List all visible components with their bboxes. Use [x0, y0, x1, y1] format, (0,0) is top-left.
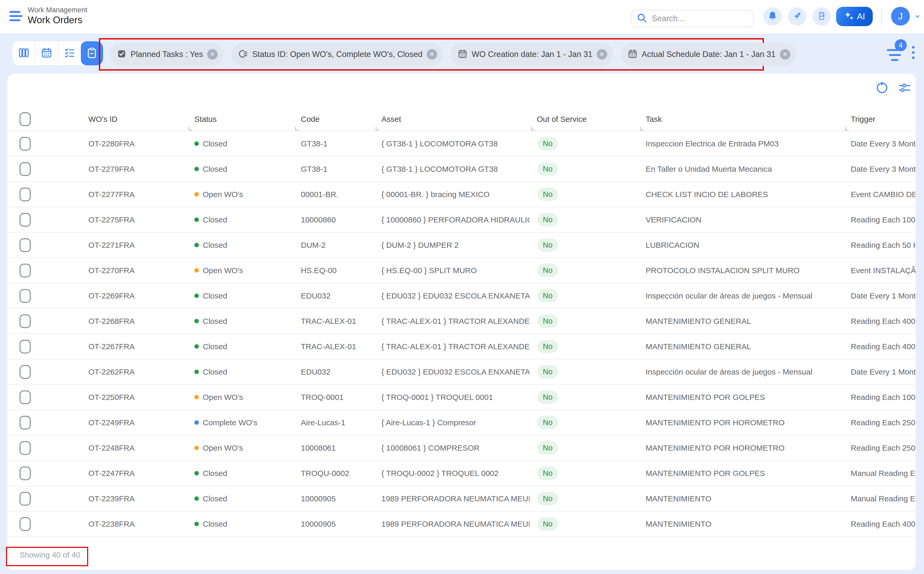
- asset-cell: { TRAC-ALEX-01 } TRACTOR ALEXANDER: [374, 317, 530, 326]
- docs-button[interactable]: [813, 7, 831, 25]
- row-checkbox[interactable]: [20, 492, 31, 506]
- table-row[interactable]: OT-2238FRAClosed100009051989 PERFORADORA…: [7, 511, 916, 537]
- table-row[interactable]: OT-2249FRAComplete WO'sAire-Lucas-1{ Air…: [7, 410, 916, 435]
- refresh-button[interactable]: [875, 80, 889, 95]
- column-header-code[interactable]: Code: [294, 115, 374, 124]
- more-options-button[interactable]: [912, 46, 915, 62]
- row-checkbox[interactable]: [20, 264, 31, 278]
- checklist-view-button[interactable]: [59, 41, 81, 65]
- status-label: Closed: [203, 469, 227, 478]
- filter-chip[interactable]: Actual Schedule Date: Jan 1 - Jan 31✕: [621, 43, 796, 66]
- table-row[interactable]: OT-2248FRAOpen WO's10008061{ 10008061 } …: [7, 435, 916, 461]
- row-checkbox[interactable]: [20, 314, 31, 328]
- checklist-icon: [63, 47, 76, 60]
- row-checkbox[interactable]: [20, 289, 31, 303]
- table-row[interactable]: OT-2250FRAOpen WO'sTROQ-0001{ TROQ-0001 …: [7, 385, 916, 410]
- table-row[interactable]: OT-2239FRAClosed100009051989 PERFORADORA…: [7, 486, 916, 511]
- row-checkbox[interactable]: [20, 517, 31, 531]
- search-box[interactable]: [631, 10, 753, 27]
- status-cell: Closed: [187, 367, 294, 376]
- table-row[interactable]: OT-2268FRAClosedTRAC-ALEX-01{ TRAC-ALEX-…: [7, 309, 916, 334]
- status-dot-icon: [195, 243, 199, 247]
- column-header-status[interactable]: Status: [187, 115, 294, 124]
- status-dot-icon: [195, 344, 199, 348]
- task-cell: Inspección ocular de áreas de juegos - M…: [638, 367, 843, 376]
- out-of-service-cell: No: [530, 137, 638, 150]
- topbar-divider: [881, 7, 881, 25]
- asset-cell: { 00001-BR. } bracing MEXICO: [374, 190, 530, 199]
- trigger-cell: Event CAMBIO DE TURNO: [843, 190, 916, 199]
- table-row[interactable]: OT-2280FRAClosedGT38-1{ GT38-1 } LOCOMOT…: [7, 131, 916, 156]
- column-header-out-of-service[interactable]: Out of Service: [530, 115, 638, 124]
- table-settings-button[interactable]: [897, 80, 912, 95]
- close-icon[interactable]: ✕: [427, 49, 437, 60]
- column-header-asset[interactable]: Asset: [374, 115, 530, 124]
- close-icon[interactable]: ✕: [597, 49, 607, 60]
- ai-button[interactable]: AI: [836, 7, 873, 26]
- column-header-task[interactable]: Task: [638, 115, 843, 124]
- row-select-cell: [7, 467, 81, 480]
- table-row[interactable]: OT-2271FRAClosedDUM-2{ DUM-2 } DUMPER 2N…: [7, 233, 916, 258]
- work-orders-page: { "topbar": { "app_section": "Work Manag…: [0, 0, 924, 574]
- status-label: Closed: [203, 139, 227, 148]
- trigger-cell: Date Every 1 Months: [843, 367, 916, 376]
- row-checkbox[interactable]: [20, 441, 31, 455]
- menu-icon[interactable]: [9, 11, 23, 23]
- table-row[interactable]: OT-2277FRAOpen WO's00001-BR.{ 00001-BR. …: [7, 182, 916, 207]
- search-input[interactable]: [652, 14, 739, 24]
- status-cell: Closed: [187, 165, 294, 173]
- row-checkbox[interactable]: [20, 162, 31, 176]
- select-all-checkbox[interactable]: [20, 112, 31, 126]
- search-icon: [636, 12, 648, 25]
- asset-cell: { TRAC-ALEX-01 } TRACTOR ALEXANDER: [374, 342, 530, 351]
- filter-chip[interactable]: Planned Tasks : Yes✕: [110, 43, 223, 66]
- close-icon[interactable]: ✕: [207, 49, 218, 60]
- row-checkbox[interactable]: [20, 213, 31, 227]
- launch-button[interactable]: [788, 7, 806, 25]
- table-row[interactable]: OT-2275FRAClosed10000860{ 10000860 } PER…: [7, 207, 916, 233]
- out-of-service-badge: No: [537, 416, 558, 429]
- row-checkbox[interactable]: [20, 391, 31, 404]
- avatar[interactable]: J: [891, 7, 910, 25]
- status-label: Open WO's: [203, 393, 243, 402]
- status-dot-icon: [195, 218, 199, 222]
- filter-chip[interactable]: Status ID: Open WO's, Complete WO's, Clo…: [231, 43, 443, 66]
- columns-view-button[interactable]: [13, 41, 36, 65]
- row-checkbox[interactable]: [20, 340, 31, 353]
- row-select-cell: [7, 238, 81, 252]
- table-row[interactable]: OT-2270FRAOpen WO'sHS.EQ-00{ HS.EQ-00 } …: [7, 258, 916, 283]
- row-checkbox[interactable]: [20, 416, 31, 429]
- column-header-trigger[interactable]: Trigger: [843, 115, 916, 124]
- select-all-cell: [7, 112, 81, 126]
- task-cell: CHECK LIST INCIO DE LABORES: [638, 190, 843, 199]
- wo-id-cell: OT-2249FRA: [81, 418, 187, 427]
- filter-chip-label: WO Creation date: Jan 1 - Jan 31: [471, 50, 593, 59]
- wo-id-cell: OT-2268FRA: [81, 317, 187, 326]
- row-checkbox[interactable]: [20, 467, 31, 480]
- page-title: Work Orders: [28, 14, 87, 26]
- filter-chip[interactable]: WO Creation date: Jan 1 - Jan 31✕: [451, 43, 613, 66]
- notifications-button[interactable]: [763, 7, 782, 25]
- filter-button[interactable]: 4: [887, 46, 905, 61]
- table-row[interactable]: OT-2262FRAClosedEDU032{ EDU032 } EDU032 …: [7, 360, 916, 385]
- chevron-down-icon[interactable]: [914, 13, 921, 20]
- row-checkbox[interactable]: [20, 188, 31, 201]
- status-cell: Closed: [187, 469, 294, 478]
- row-checkbox[interactable]: [20, 238, 31, 252]
- calendar-view-button[interactable]: [36, 41, 59, 65]
- row-checkbox[interactable]: [20, 137, 31, 151]
- table-row[interactable]: OT-2267FRAClosedTRAC-ALEX-01{ TRAC-ALEX-…: [7, 334, 916, 360]
- clipboard-view-button[interactable]: [81, 41, 103, 65]
- row-checkbox[interactable]: [20, 365, 31, 379]
- status-dot-icon: [195, 395, 199, 399]
- topbar: Work Management Work Orders AI J: [0, 0, 924, 33]
- status-dot-icon: [195, 167, 199, 171]
- table-row[interactable]: OT-2279FRAClosedGT38-1{ GT38-1 } LOCOMOT…: [7, 156, 916, 182]
- task-cell: MANTENIMIENTO POR HOROMETRO: [638, 443, 843, 453]
- table-row[interactable]: OT-2247FRAClosedTROQU-0002{ TROQU-0002 }…: [7, 461, 916, 486]
- table-row[interactable]: OT-2269FRAClosedEDU032{ EDU032 } EDU032 …: [7, 283, 916, 309]
- wo-id-cell: OT-2269FRA: [81, 292, 187, 300]
- close-icon[interactable]: ✕: [780, 49, 790, 60]
- status-dot-icon: [195, 471, 199, 475]
- column-header-wos-id[interactable]: WO's ID: [81, 115, 187, 124]
